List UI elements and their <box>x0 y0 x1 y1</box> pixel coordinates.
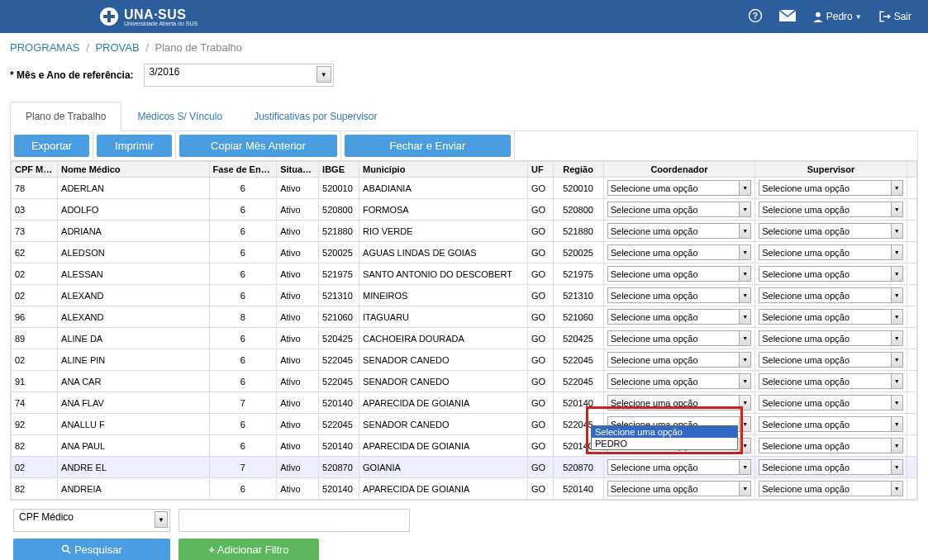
filter-bar: CPF Médico ▼ <box>10 501 918 535</box>
col-uf[interactable]: UF <box>527 162 553 178</box>
select-option[interactable]: Selecione uma opção▼ <box>759 352 903 368</box>
help-icon[interactable]: ? <box>748 8 763 26</box>
crumb-programas[interactable]: PROGRAMAS <box>10 41 80 54</box>
ref-value: 3/2016 <box>150 66 180 78</box>
select-option[interactable]: Selecione uma opção▼ <box>759 373 903 389</box>
dd-option-pedro[interactable]: PEDRO <box>592 438 737 449</box>
breadcrumb: PROGRAMAS / PROVAB / Plano de Trabalho <box>10 41 918 54</box>
col-cpf[interactable]: CPF Médico <box>12 162 58 178</box>
table-row[interactable]: 89ALINE DA6Ativo520425CACHOEIRA DOURADAG… <box>12 328 917 349</box>
select-option[interactable]: Selecione uma opção▼ <box>607 287 752 303</box>
toolbar: Exportar Imprimir Copiar Mês Anterior Fe… <box>10 131 918 161</box>
table-row[interactable]: 02ALESSAN6Ativo521975SANTO ANTONIO DO DE… <box>12 263 917 285</box>
select-option[interactable]: Selecione uma opção▼ <box>607 459 752 475</box>
table-row[interactable]: 74ANA FLAV7Ativo520140APARECIDA DE GOIAN… <box>12 392 917 414</box>
select-option[interactable]: Selecione uma opção▼ <box>607 180 752 196</box>
ref-month-select[interactable]: 3/2016 ▼ <box>144 64 334 87</box>
filter-field-value: CPF Médico <box>19 511 74 523</box>
chevron-down-icon: ▼ <box>316 66 331 83</box>
brand-sub: Universidade Aberta do SUS <box>124 21 197 26</box>
select-option[interactable]: Selecione uma opção▼ <box>607 309 752 325</box>
table-row[interactable]: 62ALEDSON6Ativo520025AGUAS LINDAS DE GOI… <box>12 242 917 263</box>
svg-point-7 <box>63 546 69 552</box>
col-nome[interactable]: Nome Médico <box>58 162 210 178</box>
tab-plano[interactable]: Plano de Trabalho <box>10 102 121 131</box>
select-option[interactable]: Selecione uma opção▼ <box>759 180 903 196</box>
table-row[interactable]: 78ADERLAN6Ativo520010ABADIANIAGO520010Se… <box>12 178 917 199</box>
select-option[interactable]: Selecione uma opção▼ <box>759 202 903 217</box>
table-row[interactable]: 03ADOLFO6Ativo520800FORMOSAGO520800Selec… <box>12 199 917 221</box>
svg-point-6 <box>816 12 821 17</box>
select-option[interactable]: Selecione uma opção▼ <box>607 395 752 411</box>
select-option[interactable]: Selecione uma opção▼ <box>759 223 903 239</box>
select-option[interactable]: Selecione uma opção▼ <box>607 481 752 496</box>
table-row[interactable]: 91ANA CAR6Ativo522045SENADOR CANEDOGO522… <box>12 371 917 392</box>
pesquisar-button[interactable]: Pesquisar <box>13 539 170 560</box>
select-option[interactable]: Selecione uma opção▼ <box>607 352 752 368</box>
select-option[interactable]: Selecione uma opção▼ <box>759 266 903 282</box>
select-option[interactable]: Selecione uma opção▼ <box>759 481 903 496</box>
tab-medicos[interactable]: Médicos S/ Vínculo <box>121 102 238 131</box>
table-row[interactable]: 73ADRIANA6Ativo521880RIO VERDEGO521880Se… <box>12 221 917 242</box>
select-option[interactable]: Selecione uma opção▼ <box>759 438 903 453</box>
select-option[interactable]: Selecione uma opção▼ <box>607 373 752 389</box>
select-option[interactable]: Selecione uma opção▼ <box>759 395 903 411</box>
select-option[interactable]: Selecione uma opção▼ <box>607 223 752 239</box>
crumb-current: Plano de Trabalho <box>155 41 242 54</box>
svg-rect-2 <box>103 15 115 18</box>
select-option[interactable]: Selecione uma opção▼ <box>759 287 903 303</box>
brand: UNA·SUS Universidade Aberta do SUS <box>99 7 197 26</box>
mail-icon[interactable] <box>779 10 796 24</box>
col-sit[interactable]: Situação <box>277 162 319 178</box>
select-option[interactable]: Selecione uma opção▼ <box>759 459 903 475</box>
dd-option-default[interactable]: Selecione uma opção <box>592 426 737 438</box>
coord-dropdown-list[interactable]: Selecione uma opção PEDRO <box>591 425 738 450</box>
select-option[interactable]: Selecione uma opção▼ <box>759 309 903 325</box>
data-grid: CPF Médico Nome Médico Fase de Entrada S… <box>11 161 917 500</box>
table-row[interactable]: 02ANDRE EL7Ativo520870GOIANIAGO520870Sel… <box>12 457 917 478</box>
table-row[interactable]: 02ALINE PIN6Ativo522045SENADOR CANEDOGO5… <box>12 349 917 371</box>
col-mun[interactable]: Município <box>359 162 528 178</box>
user-name: Pedro <box>826 11 853 22</box>
col-coord[interactable]: Coordenador <box>603 162 755 178</box>
table-row[interactable]: 82ANA PAUL6Ativo520140APARECIDA DE GOIAN… <box>12 435 917 457</box>
tabs: Plano de Trabalho Médicos S/ Vínculo Jus… <box>10 102 918 131</box>
table-row[interactable]: 02ALEXAND6Ativo521310MINEIROSGO521310Sel… <box>12 285 917 306</box>
search-icon <box>61 544 71 554</box>
select-option[interactable]: Selecione uma opção▼ <box>759 244 903 260</box>
chevron-down-icon: ▼ <box>155 511 168 528</box>
svg-line-8 <box>68 551 71 554</box>
logout-link[interactable]: Sair <box>878 11 911 22</box>
select-option[interactable]: Selecione uma opção▼ <box>607 266 752 282</box>
exportar-button[interactable]: Exportar <box>14 135 89 157</box>
col-reg[interactable]: Região <box>553 162 603 178</box>
header-row: CPF Médico Nome Médico Fase de Entrada S… <box>12 162 917 178</box>
crumb-provab[interactable]: PROVAB <box>95 41 139 54</box>
table-row[interactable]: 92ANALLU F6Ativo522045SENADOR CANEDOGO52… <box>12 414 917 435</box>
col-ibge[interactable]: IBGE <box>319 162 359 178</box>
user-icon <box>812 11 824 22</box>
logout-label: Sair <box>894 11 911 22</box>
copiar-button[interactable]: Copiar Mês Anterior <box>179 135 337 157</box>
pesquisar-label: Pesquisar <box>74 543 122 556</box>
filter-value-input[interactable] <box>178 509 410 532</box>
select-option[interactable]: Selecione uma opção▼ <box>607 244 752 260</box>
adicionar-filtro-button[interactable]: + Adicionar Filtro <box>178 539 319 560</box>
imprimir-button[interactable]: Imprimir <box>97 135 172 157</box>
fechar-button[interactable]: Fechar e Enviar <box>345 135 511 157</box>
table-row[interactable]: 96ALEXAND8Ativo521060ITAGUARUGO521060Sel… <box>12 306 917 328</box>
tab-justificativas[interactable]: Justificativas por Supervisor <box>238 102 393 131</box>
plus-icon <box>99 7 119 26</box>
select-option[interactable]: Selecione uma opção▼ <box>607 202 752 217</box>
col-sup[interactable]: Supervisor <box>755 162 907 178</box>
select-option[interactable]: Selecione uma opção▼ <box>759 330 903 346</box>
filter-field-select[interactable]: CPF Médico ▼ <box>13 509 170 532</box>
select-option[interactable]: Selecione uma opção▼ <box>607 330 752 346</box>
col-fase[interactable]: Fase de Entrada <box>209 162 277 178</box>
logout-icon <box>878 11 892 22</box>
ref-label: * Mês e Ano de referência: <box>10 69 134 81</box>
topbar: UNA·SUS Universidade Aberta do SUS ? Ped… <box>0 0 928 33</box>
table-row[interactable]: 82ANDREIA6Ativo520140APARECIDA DE GOIANI… <box>12 478 917 500</box>
select-option[interactable]: Selecione uma opção▼ <box>759 416 903 432</box>
user-menu[interactable]: Pedro▼ <box>812 11 862 22</box>
